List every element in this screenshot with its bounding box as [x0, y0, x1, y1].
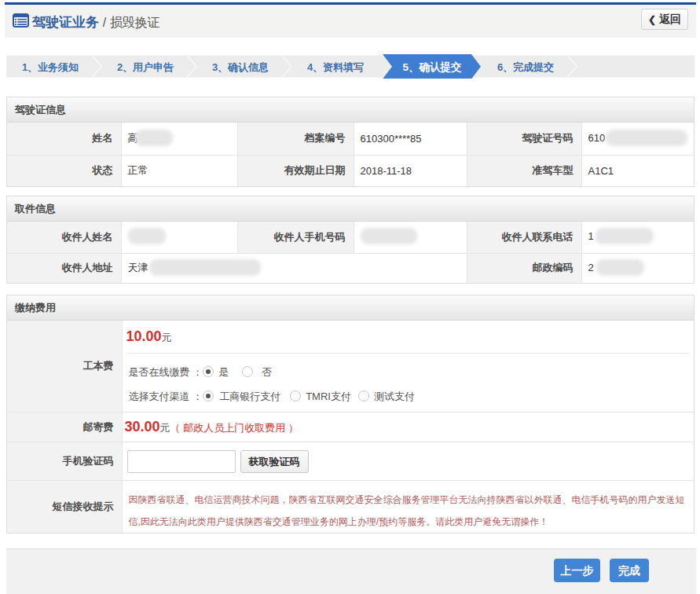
svg-text:4、资料填写: 4、资料填写: [307, 61, 364, 73]
svg-text:2、用户申告: 2、用户申告: [117, 61, 174, 73]
svg-text:5、确认提交: 5、确认提交: [402, 61, 462, 73]
svg-text:3、确认信息: 3、确认信息: [212, 61, 269, 73]
svg-text:1、业务须知: 1、业务须知: [22, 61, 79, 73]
svg-text:6、完成提交: 6、完成提交: [497, 61, 554, 73]
